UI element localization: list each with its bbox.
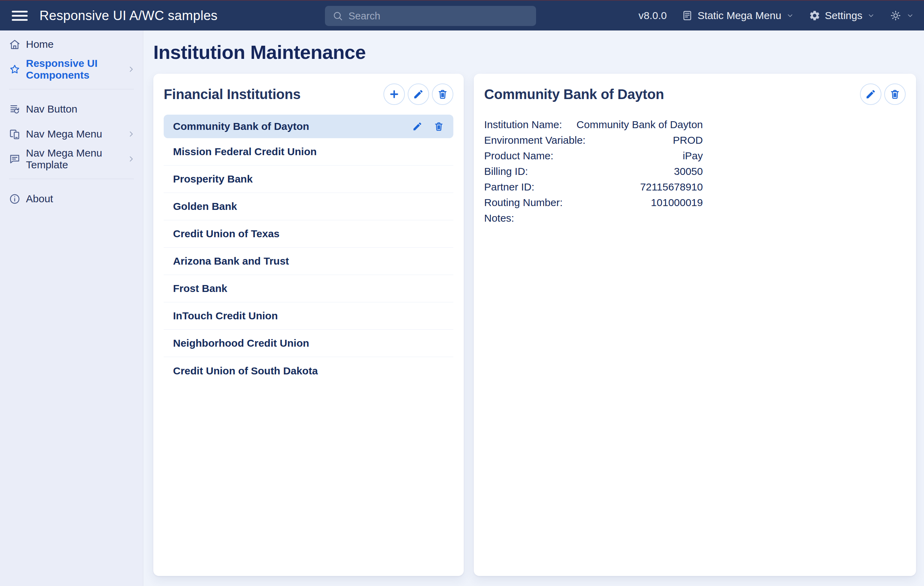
main-content: Institution Maintenance Financial Instit… (143, 30, 924, 586)
search-box (325, 6, 536, 26)
sidebar-item-responsive-ui-components[interactable]: Responsive UI Components (0, 57, 143, 82)
institution-list-item[interactable]: Frost Bank (164, 275, 453, 302)
sidebar-item-label: Nav Mega Menu Template (26, 147, 121, 171)
mega-menu-label: Static Mega Menu (698, 10, 781, 22)
hamburger-icon (12, 11, 28, 12)
topbar-right: v8.0.0 Static Mega Menu Settings (639, 10, 924, 22)
field-label: Routing Number: (484, 195, 563, 210)
sidebar-item-label: Nav Button (26, 103, 77, 115)
gear-icon (809, 10, 820, 22)
app-title: Responsive UI A/WC samples (40, 8, 218, 23)
institution-list-item[interactable]: Mission Federal Credit Union (164, 138, 453, 166)
institution-list-item[interactable]: Credit Union of Texas (164, 220, 453, 248)
edit-button[interactable] (408, 83, 429, 105)
list-card-actions (383, 83, 453, 105)
plus-icon (389, 89, 400, 100)
sun-icon (890, 10, 901, 22)
hamburger-menu-button[interactable] (12, 9, 28, 22)
mega-menu-dropdown[interactable]: Static Mega Menu (681, 10, 794, 22)
mega-menu-icon (681, 10, 693, 22)
institution-list-item[interactable]: Credit Union of South Dakota (164, 357, 453, 384)
sidebar-item-about[interactable]: About (0, 186, 143, 211)
detail-card-header: Community Bank of Dayton (484, 83, 906, 106)
detail-fields: Institution Name:Community Bank of Dayto… (484, 117, 703, 226)
financial-institutions-card: Financial Institutions Community Bank of… (153, 74, 464, 576)
institution-detail-card: Community Bank of Dayton Institution Nam… (474, 74, 916, 576)
sidebar-item-label: Nav Mega Menu (26, 128, 102, 140)
institution-list-item[interactable]: Prosperity Bank (164, 166, 453, 193)
institution-list-item[interactable]: Golden Bank (164, 193, 453, 220)
chevron-down-icon (786, 12, 794, 20)
detail-field-row: Institution Name:Community Bank of Dayto… (484, 117, 703, 132)
chevron-right-icon (126, 65, 136, 74)
field-label: Product Name: (484, 148, 553, 164)
field-value: 30050 (674, 164, 703, 179)
institution-name: Frost Bank (173, 283, 228, 295)
field-label: Notes: (484, 210, 514, 226)
detail-field-row: Routing Number:101000019 (484, 195, 703, 210)
detail-delete-button[interactable] (884, 83, 906, 105)
list-card-title: Financial Institutions (164, 86, 301, 102)
row-delete-button[interactable] (434, 121, 444, 132)
topbar: Responsive UI A/WC samples v8.0.0 Static… (0, 1, 924, 30)
institution-name: Neighborhood Credit Union (173, 337, 309, 349)
sidebar-item-nav-button[interactable]: Nav Button (0, 97, 143, 122)
sidebar-divider (9, 89, 134, 89)
pencil-icon (865, 89, 876, 100)
search-icon (332, 10, 344, 22)
nav-mega-menu-icon (9, 128, 21, 140)
delete-button[interactable] (432, 83, 453, 105)
page-title: Institution Maintenance (153, 41, 916, 63)
sidebar-item-nav-mega-menu[interactable]: Nav Mega Menu (0, 122, 143, 147)
institution-name: Credit Union of South Dakota (173, 365, 318, 377)
sidebar-item-label: Responsive UI Components (26, 58, 121, 81)
add-button[interactable] (383, 83, 405, 105)
version-label: v8.0.0 (639, 10, 667, 22)
field-value: 72115678910 (640, 179, 703, 195)
search-input[interactable] (348, 10, 533, 22)
theme-toggle[interactable] (890, 10, 914, 22)
selected-row-actions (412, 121, 444, 132)
sidebar-divider (9, 179, 134, 179)
sidebar-item-home[interactable]: Home (0, 32, 143, 57)
institution-list: Community Bank of DaytonMission Federal … (164, 115, 453, 384)
sidebar-item-label: Home (26, 38, 54, 50)
institution-list-item[interactable]: Arizona Bank and Trust (164, 248, 453, 275)
field-value: PROD (673, 132, 703, 148)
field-label: Partner ID: (484, 179, 534, 195)
nav-button-icon (9, 103, 21, 115)
institution-list-item[interactable]: InTouch Credit Union (164, 302, 453, 330)
trash-icon (889, 89, 901, 100)
institution-name: InTouch Credit Union (173, 310, 278, 322)
detail-edit-button[interactable] (860, 83, 881, 105)
institution-list-item[interactable]: Neighborhood Credit Union (164, 330, 453, 357)
chevron-down-icon (906, 12, 914, 20)
settings-dropdown[interactable]: Settings (809, 10, 875, 22)
institution-name: Prosperity Bank (173, 173, 252, 185)
star-icon (9, 63, 21, 76)
institution-name: Mission Federal Credit Union (173, 146, 317, 157)
trash-icon (437, 89, 448, 100)
detail-card-actions (860, 83, 906, 105)
detail-field-row: Environment Variable:PROD (484, 132, 703, 148)
chevron-down-icon (867, 12, 875, 20)
sidebar-item-nav-mega-menu-template[interactable]: Nav Mega Menu Template (0, 147, 143, 171)
home-icon (9, 38, 21, 51)
institution-name: Credit Union of Texas (173, 228, 280, 240)
info-circle-icon (9, 193, 21, 205)
nav-template-icon (9, 153, 21, 165)
institution-name: Community Bank of Dayton (173, 121, 309, 132)
chevron-right-icon (126, 129, 136, 139)
list-card-header: Financial Institutions (164, 83, 453, 106)
institution-name: Arizona Bank and Trust (173, 255, 289, 267)
settings-label: Settings (825, 10, 862, 22)
detail-field-row: Partner ID:72115678910 (484, 179, 703, 195)
field-label: Institution Name: (484, 117, 562, 132)
chevron-right-icon (126, 154, 136, 164)
field-label: Environment Variable: (484, 132, 586, 148)
row-edit-button[interactable] (412, 121, 422, 132)
institution-list-item[interactable]: Community Bank of Dayton (164, 115, 453, 138)
sidebar-nav: HomeResponsive UI ComponentsNav ButtonNa… (0, 30, 143, 586)
field-value: Community Bank of Dayton (577, 117, 703, 132)
detail-field-row: Notes: (484, 210, 703, 226)
